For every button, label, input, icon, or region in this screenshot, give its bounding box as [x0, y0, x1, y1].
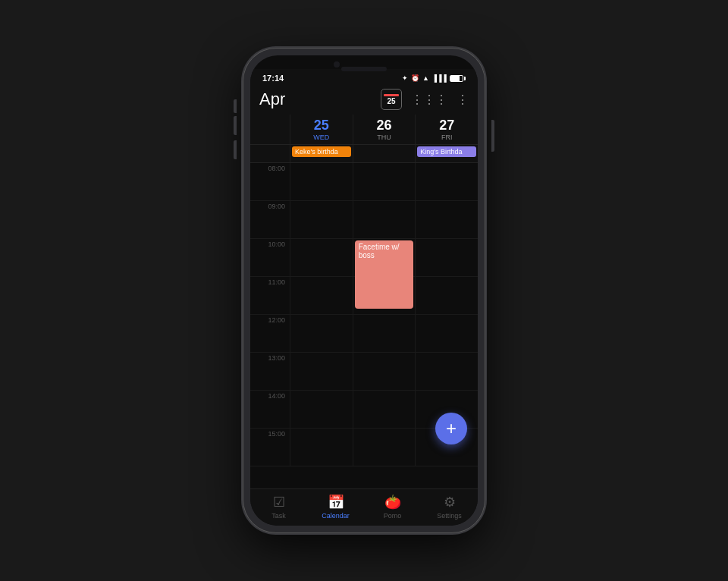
hour-cell-08-wed[interactable] — [290, 163, 353, 200]
facetime-boss-event[interactable]: Facetime w/ boss — [355, 240, 414, 309]
volume-up-button[interactable] — [234, 116, 237, 135]
hour-cell-09-wed[interactable] — [290, 201, 353, 238]
hour-cell-13-thu[interactable] — [353, 353, 416, 390]
allday-col-27: King's Birthda — [415, 145, 478, 162]
pomo-icon: 🍅 — [384, 494, 401, 510]
hour-cell-12-fri[interactable] — [415, 315, 478, 352]
bottom-nav: ☑ Task 📅 Calendar 🍅 Pomo ⚙ Settings — [250, 488, 478, 526]
phone-screen: 17:14 ✦ ⏰ ▲ ▐▐▐ Apr 25 — [250, 55, 478, 526]
hour-label-13: 13:00 — [250, 353, 290, 390]
hour-cell-13-wed[interactable] — [290, 353, 353, 390]
day-label-fri: Fri — [416, 133, 478, 141]
day-number-26: 26 — [353, 118, 416, 133]
day-number-27: 27 — [416, 118, 478, 133]
hour-row-13: 13:00 — [250, 353, 478, 391]
camera-dot — [334, 61, 340, 68]
hour-cell-12-wed[interactable] — [290, 315, 353, 352]
calendar-nav-label: Calendar — [322, 512, 350, 520]
hour-label-15: 15:00 — [250, 429, 290, 466]
task-icon: ☑ — [273, 494, 285, 510]
hour-cell-11-wed[interactable] — [290, 277, 353, 314]
hour-cells-13 — [290, 353, 478, 390]
calendar-nav-icon: 📅 — [328, 494, 344, 510]
settings-label: Settings — [437, 512, 462, 520]
power-button[interactable] — [491, 120, 494, 152]
silent-switch[interactable] — [234, 99, 237, 113]
month-label: Apr — [259, 90, 285, 109]
pomo-label: Pomo — [384, 512, 402, 520]
hour-label-11: 11:00 — [250, 277, 290, 314]
day-number-25: 25 — [290, 118, 353, 133]
day-col-25[interactable]: 25 Wed — [290, 115, 353, 144]
keke-birthday-event[interactable]: Keke's birthda — [292, 146, 351, 157]
allday-col-26 — [353, 145, 416, 162]
allday-row: Keke's birthda King's Birthda — [250, 145, 478, 163]
settings-icon: ⚙ — [444, 494, 456, 510]
hour-row-12: 12:00 — [250, 315, 478, 353]
notch-area — [250, 55, 478, 77]
hour-cell-14-thu[interactable] — [353, 391, 416, 428]
add-event-fab[interactable]: + — [435, 413, 467, 444]
hour-cells-10: Facetime w/ boss — [290, 239, 478, 276]
hour-cell-15-wed[interactable] — [290, 429, 353, 466]
allday-gutter — [250, 145, 290, 162]
plus-icon: + — [446, 418, 457, 439]
hour-cells-12 — [290, 315, 478, 352]
hour-cell-10-wed[interactable] — [290, 239, 353, 276]
hour-row-10: 10:00 Facetime w/ boss — [250, 239, 478, 277]
day-label-thu: Thu — [353, 133, 416, 141]
hour-label-09: 09:00 — [250, 201, 290, 238]
hour-cell-12-thu[interactable] — [353, 315, 416, 352]
hour-cells-08 — [290, 163, 478, 200]
hour-cell-08-fri[interactable] — [415, 163, 478, 200]
volume-down-button[interactable] — [234, 140, 237, 159]
hour-cell-10-thu[interactable]: Facetime w/ boss — [353, 239, 416, 276]
hour-label-10: 10:00 — [250, 239, 290, 276]
phone-frame: 17:14 ✦ ⏰ ▲ ▐▐▐ Apr 25 — [243, 48, 485, 533]
hour-cell-13-fri[interactable] — [415, 353, 478, 390]
day-headers: 25 Wed 26 Thu 27 Fri — [250, 115, 478, 145]
hour-cell-11-fri[interactable] — [415, 277, 478, 314]
today-calendar-icon[interactable]: 25 — [381, 89, 402, 110]
day-col-26[interactable]: 26 Thu — [353, 115, 416, 144]
hour-cell-08-thu[interactable] — [353, 163, 416, 200]
week-view-icon[interactable]: ⋮⋮⋮ — [411, 93, 447, 107]
hour-row-09: 09:00 — [250, 201, 478, 239]
hour-label-08: 08:00 — [250, 163, 290, 200]
hour-cell-15-thu[interactable] — [353, 429, 416, 466]
day-col-27[interactable]: 27 Fri — [415, 115, 478, 144]
king-birthday-event[interactable]: King's Birthda — [417, 146, 476, 157]
header-actions: 25 ⋮⋮⋮ ⋮ — [381, 89, 469, 110]
today-date-icon: 25 — [387, 98, 395, 105]
hour-cell-09-fri[interactable] — [415, 201, 478, 238]
hour-cell-09-thu[interactable] — [353, 201, 416, 238]
app-header: Apr 25 ⋮⋮⋮ ⋮ — [250, 84, 478, 115]
speaker-grille — [341, 67, 387, 71]
day-label-wed: Wed — [290, 133, 353, 141]
hour-cell-14-wed[interactable] — [290, 391, 353, 428]
task-label: Task — [271, 512, 286, 520]
hour-cells-09 — [290, 201, 478, 238]
hour-label-14: 14:00 — [250, 391, 290, 428]
time-gutter-header — [250, 115, 290, 144]
hour-row-08: 08:00 — [250, 163, 478, 201]
allday-col-25: Keke's birthda — [290, 145, 353, 162]
calendar-grid: 08:00 09:00 10:00 — [250, 163, 478, 488]
nav-item-task[interactable]: ☑ Task — [250, 494, 307, 520]
more-options-icon[interactable]: ⋮ — [457, 93, 469, 107]
nav-item-calendar[interactable]: 📅 Calendar — [307, 494, 364, 520]
nav-item-settings[interactable]: ⚙ Settings — [421, 494, 478, 520]
hour-label-12: 12:00 — [250, 315, 290, 352]
hour-cell-10-fri[interactable] — [415, 239, 478, 276]
nav-item-pomo[interactable]: 🍅 Pomo — [364, 494, 421, 520]
